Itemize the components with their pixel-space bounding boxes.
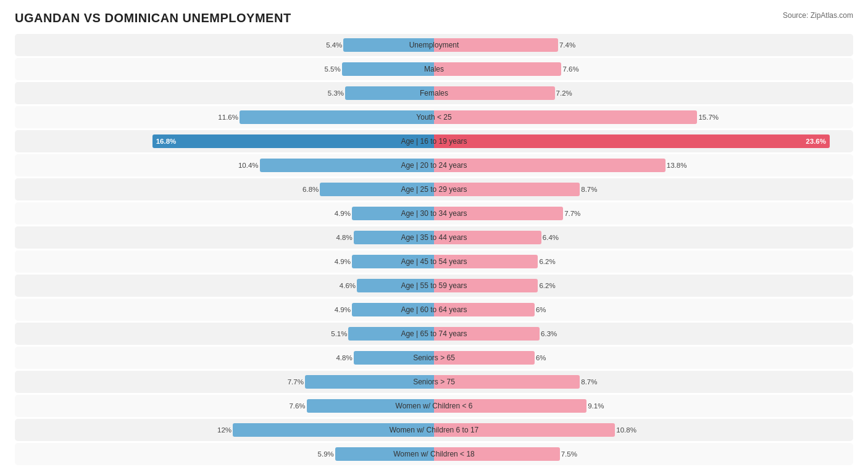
bar-ugandan: 7.6% — [307, 399, 434, 413]
bar-dominican: 7.6% — [434, 62, 561, 76]
left-side: 5.9% — [15, 443, 434, 465]
val-dominican: 9.1% — [588, 402, 604, 410]
val-ugandan: 4.9% — [335, 210, 351, 217]
bar-row: 5.5%7.6%Males — [15, 58, 853, 80]
bar-ugandan: 4.9% — [352, 255, 434, 268]
bar-ugandan: 16.8% — [152, 134, 434, 148]
val-dominican: 15.7% — [698, 114, 719, 121]
right-side: 8.7% — [434, 371, 853, 393]
val-dominican: 6.3% — [541, 330, 557, 337]
right-side: 15.7% — [434, 106, 853, 128]
left-side: 10.4% — [15, 154, 434, 176]
bar-ugandan: 5.9% — [335, 447, 434, 461]
bar-dominican: 15.7% — [434, 110, 697, 124]
val-ugandan-in: 16.8% — [156, 138, 177, 145]
bar-ugandan: 5.5% — [342, 62, 434, 76]
bar-dominican: 7.7% — [434, 207, 563, 220]
bar-row: 16.8%23.6%Age | 16 to 19 years — [15, 130, 853, 152]
right-side: 6% — [434, 347, 853, 369]
left-side: 5.4% — [15, 34, 434, 56]
bar-dominican: 23.6% — [434, 134, 830, 148]
right-side: 7.5% — [434, 443, 853, 465]
right-side: 7.2% — [434, 82, 853, 104]
bar-row: 4.8%6%Seniors > 65 — [15, 347, 853, 369]
val-ugandan: 11.6% — [218, 114, 238, 121]
bar-row: 4.9%6.2%Age | 45 to 54 years — [15, 250, 853, 273]
bar-ugandan: 4.8% — [354, 231, 434, 244]
val-ugandan: 12% — [217, 426, 232, 434]
right-side: 7.7% — [434, 202, 853, 225]
bar-dominican: 6.3% — [434, 327, 540, 341]
left-side: 12% — [15, 419, 434, 441]
val-dominican: 10.8% — [616, 426, 636, 434]
bar-dominican: 6.2% — [434, 279, 538, 292]
chart-title: UGANDAN VS DOMINICAN UNEMPLOYMENT — [15, 11, 291, 25]
bar-row: 5.9%7.5%Women w/ Children < 18 — [15, 443, 853, 465]
chart-body: 5.4%7.4%Unemployment5.5%7.6%Males5.3%7.2… — [15, 34, 853, 465]
bar-ugandan: 7.7% — [305, 375, 434, 389]
right-side: 23.6% — [434, 130, 853, 152]
bar-ugandan: 4.8% — [354, 351, 434, 365]
bar-row: 4.9%6%Age | 60 to 64 years — [15, 299, 853, 321]
right-side: 7.6% — [434, 58, 853, 80]
val-ugandan: 5.9% — [318, 450, 334, 458]
bar-row: 4.8%6.4%Age | 35 to 44 years — [15, 226, 853, 249]
bar-dominican: 7.4% — [434, 38, 558, 52]
bar-row: 4.9%7.7%Age | 30 to 34 years — [15, 202, 853, 225]
left-side: 7.6% — [15, 395, 434, 417]
val-dominican: 7.5% — [561, 450, 577, 458]
right-side: 7.4% — [434, 34, 853, 56]
bar-row: 5.1%6.3%Age | 65 to 74 years — [15, 323, 853, 345]
val-dominican: 6% — [536, 354, 546, 362]
left-side: 5.3% — [15, 82, 434, 104]
val-ugandan: 4.8% — [336, 234, 352, 241]
bar-row: 10.4%13.8%Age | 20 to 24 years — [15, 154, 853, 176]
chart-container: UGANDAN VS DOMINICAN UNEMPLOYMENT Source… — [0, 0, 868, 467]
left-side: 4.8% — [15, 347, 434, 369]
right-side: 8.7% — [434, 178, 853, 200]
bar-row: 6.8%8.7%Age | 25 to 29 years — [15, 178, 853, 200]
right-side: 6.2% — [434, 250, 853, 273]
val-ugandan: 4.6% — [340, 282, 356, 289]
val-dominican: 6.2% — [539, 258, 555, 265]
right-side: 9.1% — [434, 395, 853, 417]
val-ugandan: 7.7% — [288, 378, 304, 386]
bar-row: 12%10.8%Women w/ Children 6 to 17 — [15, 419, 853, 441]
left-side: 7.7% — [15, 371, 434, 393]
val-dominican: 13.8% — [667, 162, 687, 169]
val-ugandan: 5.5% — [324, 65, 340, 73]
val-dominican: 6% — [536, 306, 546, 313]
bar-row: 5.3%7.2%Females — [15, 82, 853, 104]
val-dominican: 7.6% — [562, 65, 578, 73]
val-dominican: 8.7% — [581, 378, 597, 386]
bar-row: 7.6%9.1%Women w/ Children < 6 — [15, 395, 853, 417]
left-side: 4.8% — [15, 226, 434, 249]
val-dominican: 7.2% — [556, 89, 572, 97]
val-ugandan: 5.3% — [328, 89, 344, 97]
val-dominican: 6.4% — [543, 234, 559, 241]
left-side: 6.8% — [15, 178, 434, 200]
bar-dominican: 6% — [434, 351, 535, 365]
val-ugandan: 5.4% — [326, 41, 342, 49]
bar-dominican: 10.8% — [434, 423, 615, 437]
left-side: 4.9% — [15, 202, 434, 225]
val-ugandan: 4.9% — [335, 258, 351, 265]
bar-ugandan: 6.8% — [320, 183, 434, 196]
val-ugandan: 7.6% — [289, 402, 305, 410]
bar-row: 7.7%8.7%Seniors > 75 — [15, 371, 853, 393]
left-side: 4.6% — [15, 275, 434, 297]
val-ugandan: 5.1% — [331, 330, 347, 337]
bar-ugandan: 10.4% — [260, 159, 434, 172]
bar-dominican: 13.8% — [434, 159, 666, 172]
left-side: 11.6% — [15, 106, 434, 128]
val-ugandan: 10.4% — [238, 162, 259, 169]
left-side: 4.9% — [15, 250, 434, 273]
bar-ugandan: 5.4% — [343, 38, 434, 52]
val-dominican: 6.2% — [539, 282, 555, 289]
val-ugandan: 4.8% — [336, 354, 352, 362]
bar-row: 4.6%6.2%Age | 55 to 59 years — [15, 275, 853, 297]
bar-dominican: 8.7% — [434, 375, 580, 389]
bar-dominican: 6.2% — [434, 255, 538, 268]
right-side: 6.2% — [434, 275, 853, 297]
val-dominican: 7.4% — [559, 41, 575, 49]
